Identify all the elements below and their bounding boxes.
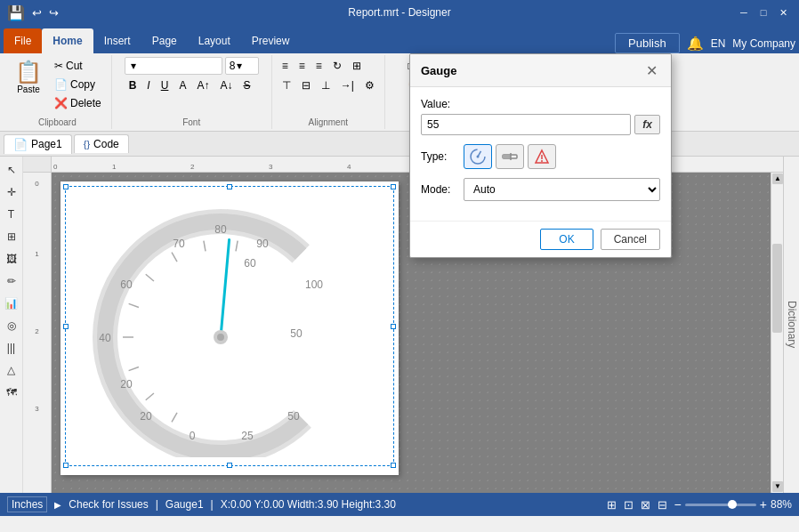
tab-insert[interactable]: Insert bbox=[93, 28, 141, 53]
align-left-button[interactable]: ≡ bbox=[278, 57, 293, 75]
notification-icon[interactable]: 🔔 bbox=[687, 36, 704, 52]
cancel-button[interactable]: Cancel bbox=[601, 229, 660, 250]
handle-bm[interactable] bbox=[227, 463, 232, 468]
italic-button[interactable]: I bbox=[142, 77, 154, 94]
status-icon-3[interactable]: ⊠ bbox=[641, 498, 650, 512]
svg-rect-26 bbox=[503, 155, 511, 158]
tab-code[interactable]: {} Code bbox=[74, 134, 129, 153]
valign-mid-button[interactable]: ⊟ bbox=[297, 77, 315, 94]
delete-icon: ❌ bbox=[54, 97, 68, 109]
zoom-minus-button[interactable]: − bbox=[674, 497, 682, 512]
scroll-up-arrow[interactable]: ▲ bbox=[772, 173, 783, 184]
bold-button[interactable]: B bbox=[125, 77, 141, 94]
font-strikethrough-button[interactable]: S bbox=[238, 77, 254, 94]
scroll-down-arrow[interactable]: ▼ bbox=[772, 481, 783, 492]
units-label[interactable]: Inches bbox=[7, 496, 47, 512]
sidebar-cross-btn[interactable]: ✛ bbox=[2, 182, 21, 202]
fx-button[interactable]: fx bbox=[634, 115, 660, 134]
font-group-label: Font bbox=[117, 117, 266, 127]
tab-page1[interactable]: 📄 Page1 bbox=[4, 134, 72, 154]
delete-label: Delete bbox=[70, 97, 101, 109]
copy-button[interactable]: 📄 Copy bbox=[50, 76, 106, 93]
close-button[interactable]: ✕ bbox=[774, 4, 792, 21]
redo-btn[interactable]: ↪ bbox=[49, 6, 59, 20]
sidebar-text-btn[interactable]: T bbox=[2, 205, 21, 224]
modal-close-button[interactable]: ✕ bbox=[642, 61, 660, 79]
value-input[interactable] bbox=[421, 114, 631, 135]
mode-select[interactable]: Auto Manual bbox=[464, 178, 660, 201]
tab-page[interactable]: Page bbox=[141, 28, 188, 53]
indicator-icon bbox=[533, 148, 551, 165]
sidebar-shape-btn[interactable]: △ bbox=[2, 360, 21, 380]
handle-tr[interactable] bbox=[391, 184, 396, 189]
handle-ml[interactable] bbox=[63, 324, 69, 329]
code-label: Code bbox=[93, 138, 119, 150]
tab-layout[interactable]: Layout bbox=[188, 28, 241, 53]
undo-btn[interactable]: ↩ bbox=[32, 6, 42, 20]
language-label[interactable]: EN bbox=[711, 37, 726, 50]
status-icon-4[interactable]: ⊟ bbox=[658, 498, 667, 512]
scroll-thumb[interactable] bbox=[772, 244, 782, 333]
font-name-dropdown[interactable]: ▾ bbox=[125, 57, 222, 75]
sidebar-map-btn[interactable]: 🗺 bbox=[2, 383, 21, 402]
sidebar-barcode-btn[interactable]: ||| bbox=[2, 338, 21, 358]
valign-top-button[interactable]: ⊤ bbox=[278, 77, 295, 94]
vertical-scrollbar[interactable]: ▲ ▼ bbox=[771, 173, 783, 493]
font-decrease-button[interactable]: A↓ bbox=[215, 77, 237, 94]
align-more-button[interactable]: ⊞ bbox=[348, 57, 366, 75]
title-bar-left: 💾 ↩ ↪ bbox=[7, 4, 59, 21]
type-circular-button[interactable] bbox=[464, 144, 492, 169]
handle-tl[interactable] bbox=[63, 184, 69, 189]
font-size-dropdown[interactable]: 8 ▾ bbox=[225, 57, 259, 75]
cut-button[interactable]: ✂ Cut bbox=[50, 57, 106, 75]
status-icon-2[interactable]: ⊡ bbox=[624, 498, 634, 512]
handle-tm[interactable] bbox=[227, 184, 232, 189]
minimize-button[interactable]: ─ bbox=[735, 4, 753, 21]
underline-button[interactable]: U bbox=[157, 77, 174, 94]
align-center-button[interactable]: ≡ bbox=[295, 57, 310, 75]
sidebar-table-btn[interactable]: ⊞ bbox=[2, 227, 21, 246]
ok-button[interactable]: OK bbox=[540, 229, 593, 250]
indent-button[interactable]: →| bbox=[336, 77, 359, 94]
play-button[interactable]: ▶ bbox=[54, 500, 61, 510]
sidebar-pointer-btn[interactable]: ↖ bbox=[2, 160, 21, 180]
page-canvas[interactable]: 20 40 60 70 80 90 100 20 0 25 50 bbox=[61, 181, 399, 475]
font-increase-button[interactable]: A↑ bbox=[192, 77, 214, 94]
zoom-slider[interactable] bbox=[685, 504, 756, 506]
tab-file[interactable]: File bbox=[4, 28, 42, 53]
align-settings-button[interactable]: ⚙ bbox=[360, 77, 379, 94]
type-linear-button[interactable] bbox=[496, 144, 524, 169]
sidebar-gauge-btn[interactable]: ◎ bbox=[2, 316, 21, 335]
value-label: Value: bbox=[421, 98, 660, 110]
tab-home[interactable]: Home bbox=[42, 28, 93, 53]
app-icon: 💾 bbox=[7, 4, 25, 21]
publish-button[interactable]: Publish bbox=[615, 33, 680, 53]
rotate-button[interactable]: ↻ bbox=[328, 57, 346, 75]
sidebar-image-btn[interactable]: 🖼 bbox=[2, 249, 21, 269]
delete-button[interactable]: ❌ Delete bbox=[50, 94, 106, 112]
svg-point-30 bbox=[541, 160, 543, 162]
tab-preview[interactable]: Preview bbox=[241, 28, 301, 53]
status-icon-1[interactable]: ⊞ bbox=[607, 498, 617, 512]
paste-button[interactable]: 📋 Paste bbox=[9, 57, 48, 99]
paste-icon: 📋 bbox=[15, 61, 42, 83]
maximize-button[interactable]: □ bbox=[755, 4, 772, 21]
check-issues-label[interactable]: Check for Issues bbox=[69, 498, 148, 511]
sidebar-draw-btn[interactable]: ✏ bbox=[2, 271, 21, 291]
handle-bl[interactable] bbox=[63, 463, 69, 468]
handle-mr[interactable] bbox=[391, 324, 396, 329]
sidebar-chart-btn[interactable]: 📊 bbox=[2, 294, 21, 313]
linear-gauge-icon bbox=[501, 148, 519, 165]
font-color-button[interactable]: A bbox=[174, 77, 190, 94]
zoom-plus-button[interactable]: + bbox=[760, 497, 767, 512]
valign-bot-button[interactable]: ⊥ bbox=[317, 77, 335, 94]
align-right-button[interactable]: ≡ bbox=[311, 57, 327, 75]
status-bar: Inches ▶ Check for Issues | Gauge1 | X:0… bbox=[0, 493, 799, 516]
company-label[interactable]: My Company bbox=[732, 37, 795, 50]
handle-br[interactable] bbox=[391, 463, 396, 468]
font-size-arrow: ▾ bbox=[237, 60, 242, 72]
dictionary-panel[interactable]: Dictionary bbox=[783, 157, 799, 493]
type-indicator-button[interactable] bbox=[528, 144, 556, 169]
page1-icon: 📄 bbox=[13, 138, 28, 151]
vruler-3: 3 bbox=[35, 405, 38, 413]
